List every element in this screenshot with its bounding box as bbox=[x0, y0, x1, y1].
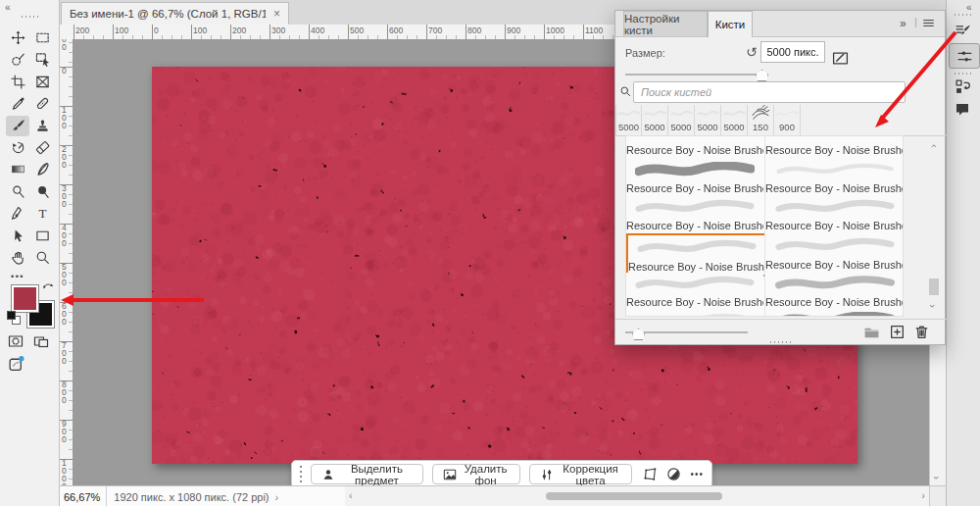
brush-list-item[interactable]: Resource Boy - Noise Brushes bbox=[764, 158, 904, 197]
share-update-icon[interactable] bbox=[8, 355, 24, 372]
horizontal-scrollbar[interactable]: ‹ › bbox=[345, 485, 929, 506]
brushes-panel-icon[interactable] bbox=[949, 43, 980, 69]
brush-thumbnail bbox=[765, 273, 904, 294]
quick-selection-tool[interactable] bbox=[6, 49, 29, 70]
list-scroll-up-icon[interactable]: › bbox=[928, 144, 938, 148]
brush-thumbnail bbox=[765, 310, 904, 317]
tab-brush-settings[interactable]: Настройки кисти bbox=[623, 11, 708, 36]
tab-close-icon[interactable]: × bbox=[273, 7, 280, 21]
brush-list-item[interactable]: Resource Boy - Noise Brushes bbox=[764, 196, 904, 234]
size-slider-thumb[interactable] bbox=[756, 70, 768, 81]
brush-list-item[interactable]: Resource Boy - Noise Brushes bbox=[764, 273, 904, 311]
brush-list-item[interactable] bbox=[626, 310, 763, 317]
list-scroll-down-icon[interactable]: › bbox=[928, 304, 938, 308]
brush-item-label: Resource Boy - Noise Brushes bbox=[628, 261, 765, 273]
zoom-tool[interactable] bbox=[30, 247, 54, 268]
move-tool[interactable] bbox=[6, 27, 29, 48]
zoom-level[interactable]: 66,67% bbox=[59, 486, 107, 506]
scroll-left-icon[interactable]: ‹ bbox=[349, 490, 353, 500]
brush-list-item[interactable]: Resource Boy - Noise Brushes bbox=[626, 273, 763, 311]
taskbar-drag-handle[interactable] bbox=[300, 466, 302, 483]
quick-mask-icon[interactable] bbox=[8, 333, 24, 349]
brush-item-label: Resource Boy - Noise Brushes bbox=[765, 259, 904, 271]
brush-list-item[interactable]: Resource Boy - Noise Brushes bbox=[626, 158, 763, 197]
default-colors-icon[interactable] bbox=[7, 311, 21, 325]
size-label: Размер: bbox=[625, 47, 665, 59]
history-panel-icon[interactable] bbox=[955, 78, 971, 95]
history-brush-tool[interactable] bbox=[6, 137, 29, 158]
size-reset-icon[interactable]: ↺ bbox=[746, 44, 758, 60]
marquee-tool[interactable] bbox=[30, 27, 54, 48]
recent-brush[interactable]: 5000 bbox=[615, 105, 642, 135]
ruler-top-tick: 400 bbox=[311, 25, 324, 35]
recent-brush[interactable]: 5000 bbox=[642, 105, 668, 135]
brush-list-item[interactable]: Resource Boy - Noise Brushes bbox=[626, 196, 763, 234]
toolbar-more-button[interactable]: ••• bbox=[11, 272, 24, 281]
tab-brushes[interactable]: Кисти bbox=[708, 11, 753, 37]
eyedropper-tool[interactable] bbox=[6, 93, 29, 114]
screen-mode-icon[interactable] bbox=[33, 333, 49, 349]
brush-list-item[interactable]: Resource Boy - Noise Brushes bbox=[764, 136, 904, 159]
search-input[interactable]: Поиск кистей bbox=[633, 81, 906, 103]
object-selection-tool[interactable] bbox=[30, 49, 54, 70]
document-tab[interactable]: Без имени-1 @ 66,7% (Слой 1, RGB/16#) * … bbox=[61, 2, 289, 25]
burn-tool[interactable] bbox=[30, 181, 54, 202]
scroll-down-icon[interactable]: › bbox=[932, 476, 942, 480]
hand-tool[interactable] bbox=[6, 247, 29, 268]
dock-drag-handle-2[interactable] bbox=[955, 73, 972, 75]
recent-brush[interactable]: 150 bbox=[748, 105, 774, 135]
adjustment-icon[interactable] bbox=[666, 467, 681, 481]
ruler-left-tick: 0 bbox=[62, 67, 67, 75]
taskbar-more-button[interactable]: ••• bbox=[690, 469, 704, 480]
brush-settings-panel-icon[interactable] bbox=[955, 22, 971, 38]
horizontal-scroll-thumb[interactable] bbox=[546, 492, 722, 500]
smudge-tool[interactable] bbox=[30, 159, 54, 179]
panel-resize-handle[interactable] bbox=[770, 341, 792, 343]
brush-item-label: Resource Boy - Noise Brushes bbox=[765, 296, 904, 308]
pen-tool[interactable] bbox=[6, 203, 29, 224]
dodge-tool[interactable] bbox=[6, 181, 29, 202]
shape-tool[interactable] bbox=[30, 226, 54, 246]
delete-brush-icon[interactable] bbox=[913, 324, 930, 340]
healing-brush-tool[interactable] bbox=[30, 93, 54, 114]
remove-background-button[interactable]: Удалить фон bbox=[432, 464, 520, 484]
brush-preview-toggle-icon[interactable] bbox=[832, 50, 849, 67]
scroll-right-icon[interactable]: › bbox=[921, 490, 925, 500]
panel-menu-icon[interactable] bbox=[922, 17, 935, 29]
gradient-tool[interactable] bbox=[6, 159, 29, 179]
color-correction-button[interactable]: Коррекция цвета bbox=[529, 464, 633, 484]
ruler-corner bbox=[59, 25, 74, 40]
recent-brush[interactable]: 5000 bbox=[668, 105, 695, 135]
brush-list-item[interactable]: Resource Boy - Noise Brushes bbox=[626, 136, 763, 159]
brush-list-item-selected[interactable]: Resource Boy - Noise Brushes bbox=[626, 233, 767, 277]
type-tool[interactable]: T bbox=[30, 203, 54, 224]
comments-panel-icon[interactable] bbox=[955, 101, 970, 117]
recent-brush-size: 900 bbox=[774, 122, 800, 133]
brush-list-item[interactable] bbox=[764, 310, 904, 317]
transform-icon[interactable] bbox=[643, 467, 658, 481]
brush-list-item[interactable]: Resource Boy - Noise Brushes bbox=[764, 233, 904, 274]
recent-brush[interactable]: 5000 bbox=[721, 105, 748, 135]
new-brush-icon[interactable] bbox=[889, 324, 906, 340]
crop-tool[interactable] bbox=[6, 72, 29, 92]
recent-brush-size: 5000 bbox=[616, 122, 641, 133]
preview-size-slider-thumb[interactable] bbox=[632, 329, 645, 340]
list-scroll-thumb[interactable] bbox=[929, 278, 939, 295]
collapse-dock-icon[interactable]: « bbox=[966, 2, 972, 13]
dock-drag-handle-1[interactable] bbox=[955, 14, 972, 16]
size-slider[interactable] bbox=[625, 74, 762, 76]
recent-brush[interactable]: 900 bbox=[774, 105, 801, 135]
swap-colors-icon[interactable] bbox=[42, 281, 55, 294]
select-subject-button[interactable]: Выделить предмет bbox=[311, 464, 422, 484]
status-chevron-icon[interactable]: › bbox=[275, 492, 279, 502]
frame-tool[interactable] bbox=[30, 72, 54, 92]
recent-brush[interactable]: 5000 bbox=[695, 105, 721, 135]
size-input[interactable]: 5000 пикс. bbox=[760, 41, 825, 63]
brush-tool[interactable] bbox=[6, 116, 29, 136]
panel-collapse-icon[interactable]: » bbox=[900, 17, 906, 30]
eraser-tool[interactable] bbox=[30, 137, 54, 158]
clone-stamp-tool[interactable] bbox=[30, 116, 54, 136]
new-group-folder-icon[interactable] bbox=[863, 324, 880, 340]
path-selection-tool[interactable] bbox=[6, 226, 29, 246]
foreground-color-swatch[interactable] bbox=[12, 285, 38, 312]
